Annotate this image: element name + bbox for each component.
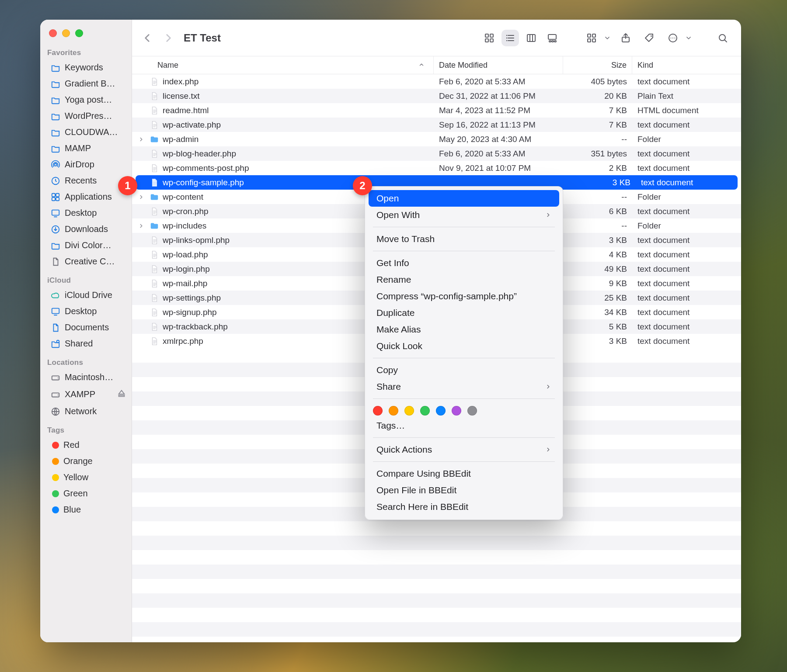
context-menu-item[interactable]: Copy <box>369 362 559 378</box>
sidebar-item-favorites[interactable]: CLOUDWA… <box>48 125 129 140</box>
context-menu-item[interactable]: Open With <box>369 207 559 223</box>
tag-color-dot[interactable] <box>452 406 461 416</box>
column-date[interactable]: Date Modified <box>434 56 563 74</box>
sidebar-item-favorites[interactable]: Divi Color… <box>48 238 129 253</box>
tag-color-dot[interactable] <box>404 406 414 416</box>
sidebar-item-favorites[interactable]: Yoga post… <box>48 92 129 107</box>
disclosure-triangle-icon[interactable] <box>136 194 146 200</box>
shared-icon <box>51 339 60 349</box>
table-row[interactable]: index.phpFeb 6, 2020 at 5:33 AM405 bytes… <box>132 74 741 89</box>
sidebar-item-favorites[interactable]: MAMP <box>48 141 129 156</box>
file-size: 25 KB <box>563 291 632 305</box>
sidebar-item-label: iCloud Drive <box>65 290 112 300</box>
context-menu-tags <box>365 402 563 417</box>
sidebar-item-icloud[interactable]: Desktop <box>48 304 129 319</box>
context-menu-item[interactable]: Quick Actions <box>369 441 559 458</box>
context-menu-item[interactable]: Compress “wp-config-sample.php” <box>369 288 559 305</box>
context-menu-item[interactable]: Compare Using BBEdit <box>369 465 559 482</box>
minimize-window-button[interactable] <box>62 29 70 37</box>
file-icon <box>150 77 159 87</box>
column-kind[interactable]: Kind <box>632 56 741 74</box>
disclosure-triangle-icon[interactable] <box>136 136 146 142</box>
back-button[interactable] <box>142 32 153 44</box>
table-row[interactable]: wp-blog-header.phpFeb 6, 2020 at 5:33 AM… <box>132 146 741 161</box>
tags-button[interactable] <box>641 30 658 46</box>
context-menu-item[interactable]: Duplicate <box>369 305 559 321</box>
context-menu-item[interactable]: Rename <box>369 271 559 288</box>
tag-color-dot[interactable] <box>389 406 398 416</box>
sidebar-tag[interactable]: Blue <box>48 502 129 517</box>
context-menu-item[interactable]: Make Alias <box>369 321 559 338</box>
group-by-button[interactable] <box>583 30 600 46</box>
table-row[interactable]: readme.htmlMar 4, 2023 at 11:52 PM7 KBHT… <box>132 103 741 118</box>
table-row[interactable]: wp-adminMay 20, 2023 at 4:30 AM--Folder <box>132 132 741 146</box>
eject-icon[interactable] <box>117 388 126 400</box>
file-name: wp-load.php <box>163 250 208 260</box>
sidebar-item-favorites[interactable]: Gradient B… <box>48 76 129 91</box>
sidebar-item-label: WordPres… <box>65 111 112 121</box>
sidebar-item-icloud[interactable]: Documents <box>48 320 129 335</box>
sidebar-item-favorites[interactable]: Desktop <box>48 205 129 221</box>
file-name: wp-activate.php <box>163 120 221 130</box>
context-menu-item[interactable]: Search Here in BBEdit <box>369 499 559 515</box>
file-kind: text document <box>632 319 741 334</box>
view-list-button[interactable] <box>501 30 519 46</box>
context-menu-item[interactable]: Share <box>369 378 559 395</box>
sidebar-item-favorites[interactable]: AirDrop <box>48 157 129 172</box>
folder-icon <box>51 79 60 89</box>
view-icons-button[interactable] <box>481 30 498 46</box>
table-row[interactable]: wp-activate.phpSep 16, 2022 at 11:13 PM7… <box>132 118 741 132</box>
context-menu-item[interactable]: Open <box>369 190 559 207</box>
file-kind: text document <box>632 161 741 175</box>
table-row[interactable]: wp-comments-post.phpNov 9, 2021 at 10:07… <box>132 161 741 175</box>
sidebar-item-favorites[interactable]: WordPres… <box>48 108 129 124</box>
search-button[interactable] <box>714 30 731 46</box>
sidebar-item-label: Downloads <box>65 224 108 234</box>
sidebar-item-locations[interactable]: XAMPP <box>48 386 129 403</box>
tag-color-dot[interactable] <box>420 406 430 416</box>
sidebar-item-icloud[interactable]: Shared <box>48 336 129 351</box>
zoom-window-button[interactable] <box>75 29 83 37</box>
column-name[interactable]: Name <box>132 56 434 74</box>
sidebar-tag[interactable]: Orange <box>48 454 129 469</box>
context-menu-item[interactable]: Open File in BBEdit <box>369 482 559 499</box>
svg-point-24 <box>506 37 507 38</box>
tag-color-dot[interactable] <box>467 406 477 416</box>
context-menu-item[interactable]: Quick Look <box>369 338 559 354</box>
column-size[interactable]: Size <box>563 56 632 74</box>
sidebar-item-locations[interactable]: Network <box>48 404 129 419</box>
chevron-right-icon <box>545 381 551 392</box>
tag-color-dot[interactable] <box>436 406 446 416</box>
sidebar-item-locations[interactable]: Macintosh… <box>48 370 129 385</box>
file-icon <box>150 163 159 173</box>
view-columns-button[interactable] <box>522 30 540 46</box>
sidebar-tag[interactable]: Red <box>48 437 129 453</box>
sidebar-item-icloud[interactable]: iCloud Drive <box>48 288 129 303</box>
more-actions-button[interactable] <box>664 30 682 46</box>
context-menu-item[interactable]: Move to Trash <box>369 231 559 247</box>
sidebar-item-favorites[interactable]: Downloads <box>48 222 129 237</box>
view-gallery-button[interactable] <box>543 30 561 46</box>
table-row[interactable]: license.txtDec 31, 2022 at 11:06 PM20 KB… <box>132 89 741 103</box>
forward-button[interactable] <box>163 32 174 44</box>
sidebar-tag[interactable]: Yellow <box>48 470 129 485</box>
context-menu-item[interactable]: Tags… <box>369 417 559 434</box>
context-menu-item[interactable]: Get Info <box>369 255 559 271</box>
file-size: 5 KB <box>563 319 632 334</box>
sidebar-item-label: MAMP <box>65 143 91 153</box>
sidebar-item-favorites[interactable]: Recents <box>48 173 129 188</box>
close-window-button[interactable] <box>49 29 57 37</box>
tag-color-dot[interactable] <box>373 406 383 416</box>
cloud-icon <box>51 291 60 300</box>
svg-rect-72 <box>153 254 156 254</box>
file-name: wp-content <box>163 192 203 202</box>
sidebar-tag[interactable]: Green <box>48 486 129 501</box>
share-button[interactable] <box>617 30 634 46</box>
sidebar-item-favorites[interactable]: Creative C… <box>48 254 129 269</box>
svg-rect-30 <box>549 41 551 42</box>
sidebar-item-label: Green <box>63 488 88 499</box>
sidebar-item-favorites[interactable]: Keywords <box>48 60 129 75</box>
disclosure-triangle-icon[interactable] <box>136 223 146 229</box>
file-icon <box>150 149 159 159</box>
sidebar-item-favorites[interactable]: Applications <box>48 189 129 204</box>
